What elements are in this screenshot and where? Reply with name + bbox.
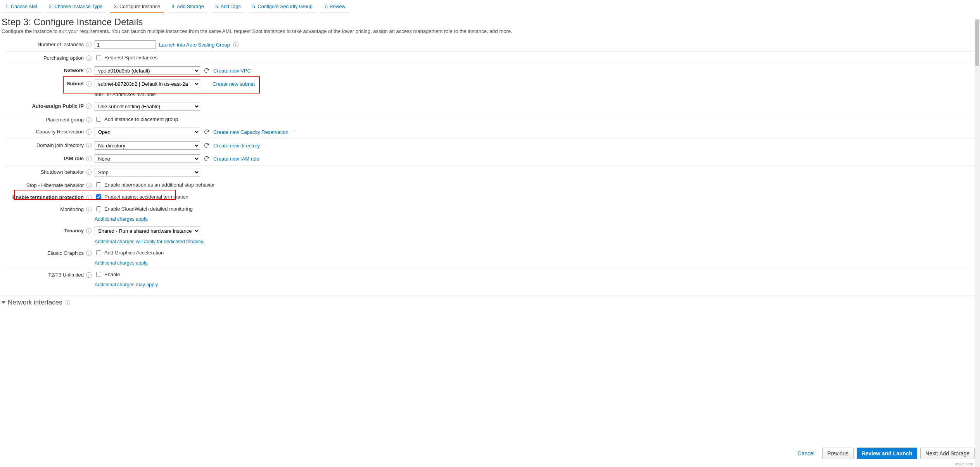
placement-checkbox[interactable] — [96, 117, 101, 122]
label-subnet: Subnet — [67, 81, 84, 86]
label-network: Network — [64, 67, 84, 73]
create-iam-link[interactable]: Create new IAM role — [213, 156, 259, 162]
network-interfaces-section[interactable]: Network interfaces i — [2, 295, 978, 306]
tab-choose-ami[interactable]: 1. Choose AMI — [2, 2, 41, 13]
elastic-charges-link[interactable]: Additional charges apply. — [95, 260, 149, 266]
red-dot: . — [294, 128, 295, 132]
info-icon[interactable]: i — [86, 228, 92, 234]
t2t3-checkbox-label[interactable]: Enable — [95, 271, 120, 278]
monitoring-checkbox-label[interactable]: Enable CloudWatch detailed monitoring — [95, 205, 193, 213]
refresh-icon[interactable] — [203, 128, 210, 135]
info-icon[interactable]: i — [86, 156, 92, 161]
label-domain: Domain join directory — [36, 142, 84, 148]
placement-checkbox-label[interactable]: Add instance to placement group — [95, 116, 178, 123]
domain-select[interactable]: No directory — [95, 141, 200, 150]
monitoring-checkbox[interactable] — [96, 206, 101, 211]
autoip-select[interactable]: Use subnet setting (Enable) — [95, 102, 200, 111]
info-icon[interactable]: i — [86, 42, 92, 47]
elastic-checkbox[interactable] — [96, 250, 101, 255]
info-icon[interactable]: i — [86, 81, 92, 86]
label-t2t3: T2/T3 Unlimited — [48, 272, 84, 278]
monitoring-charges-link[interactable]: Additional charges apply. — [95, 216, 149, 222]
info-icon[interactable]: i — [86, 55, 92, 61]
hibernate-checkbox-label[interactable]: Enable hibernation as an additional stop… — [95, 181, 215, 189]
refresh-icon[interactable] — [203, 142, 210, 149]
termprot-checkbox-label[interactable]: Protect against accidental termination — [95, 193, 188, 201]
label-tenancy: Tenancy — [64, 228, 84, 234]
spot-checkbox-label[interactable]: Request Spot instances — [95, 54, 157, 61]
info-icon[interactable]: i — [86, 195, 92, 200]
t2t3-checkbox[interactable] — [96, 272, 101, 277]
info-icon[interactable]: i — [86, 104, 92, 109]
label-placement: Placement group — [46, 117, 84, 123]
info-icon[interactable]: i — [86, 129, 92, 135]
network-select[interactable]: vpc-d010d9bb (default) — [95, 66, 200, 75]
iam-select[interactable]: None — [95, 154, 200, 163]
label-autoip: Auto-assign Public IP — [32, 103, 84, 109]
label-monitoring: Monitoring — [60, 206, 84, 212]
info-icon[interactable]: i — [233, 42, 239, 47]
spot-checkbox[interactable] — [96, 55, 101, 60]
page-title: Step 3: Configure Instance Details — [2, 17, 978, 28]
capacity-select[interactable]: Open — [95, 128, 200, 136]
scrollbar[interactable] — [975, 19, 980, 306]
tenancy-select[interactable]: Shared - Run a shared hardware instance — [95, 227, 200, 235]
launch-asg-link[interactable]: Launch into Auto Scaling Group — [159, 42, 230, 48]
info-icon[interactable]: i — [86, 251, 92, 256]
scrollbar-thumb[interactable] — [975, 19, 979, 66]
refresh-icon[interactable] — [203, 155, 210, 162]
t2t3-charges-link[interactable]: Additional charges may apply — [95, 282, 158, 287]
page-subtitle: Configure the instance to suit your requ… — [2, 28, 978, 34]
hibernate-checkbox[interactable] — [96, 182, 101, 187]
tab-review[interactable]: 7. Review — [320, 2, 349, 13]
info-icon[interactable]: i — [86, 183, 92, 188]
refresh-icon[interactable] — [203, 67, 210, 74]
configure-form: Number of instancesi Launch into Auto Sc… — [5, 38, 975, 290]
subnet-ip-count: 4091 IP Addresses available — [95, 92, 975, 97]
info-icon[interactable]: i — [86, 68, 92, 73]
termprot-checkbox[interactable] — [96, 194, 101, 199]
create-vpc-link[interactable]: Create new VPC — [213, 68, 251, 74]
caret-down-icon — [2, 301, 5, 304]
tab-add-tags[interactable]: 5. Add Tags — [212, 2, 245, 13]
tab-add-storage[interactable]: 4. Add Storage — [168, 2, 208, 13]
create-subnet-link[interactable]: Create new subnet — [213, 81, 255, 87]
label-capacity: Capacity Reservation — [36, 129, 84, 135]
info-icon[interactable]: i — [86, 272, 92, 278]
label-elastic: Elastic Graphics — [47, 250, 84, 256]
wizard-tabs: 1. Choose AMI 2. Choose Instance Type 3.… — [0, 0, 980, 14]
tab-security-group[interactable]: 6. Configure Security Group — [249, 2, 316, 13]
subnet-select[interactable]: subnet-b97283d2 | Default in us-east-2a — [95, 80, 200, 88]
tab-configure-instance[interactable]: 3. Configure Instance — [110, 2, 164, 13]
tenancy-charges-link[interactable]: Additional charges will apply for dedica… — [95, 239, 204, 244]
label-iam: IAM role — [64, 156, 84, 161]
section-title: Network interfaces — [8, 299, 62, 306]
create-directory-link[interactable]: Create new directory — [213, 143, 260, 149]
info-icon[interactable]: i — [86, 207, 92, 212]
label-termprot: Enable termination protection — [12, 194, 84, 200]
label-instances: Number of instances — [38, 42, 84, 47]
shutdown-select[interactable]: Stop — [95, 168, 200, 176]
info-icon[interactable]: i — [65, 300, 70, 305]
info-icon[interactable]: i — [86, 143, 92, 148]
tab-choose-instance-type[interactable]: 2. Choose Instance Type — [45, 2, 106, 13]
info-icon[interactable]: i — [86, 170, 92, 175]
info-icon[interactable]: i — [86, 117, 92, 123]
label-shutdown: Shutdown behavior — [41, 169, 84, 175]
label-purchasing: Purchasing option — [43, 55, 84, 61]
number-of-instances-input[interactable] — [95, 40, 156, 49]
create-capacity-link[interactable]: Create new Capacity Reservation — [213, 129, 289, 135]
label-hibernate: Stop - Hibernate behavior — [26, 182, 84, 188]
elastic-checkbox-label[interactable]: Add Graphics Acceleration — [95, 249, 164, 256]
